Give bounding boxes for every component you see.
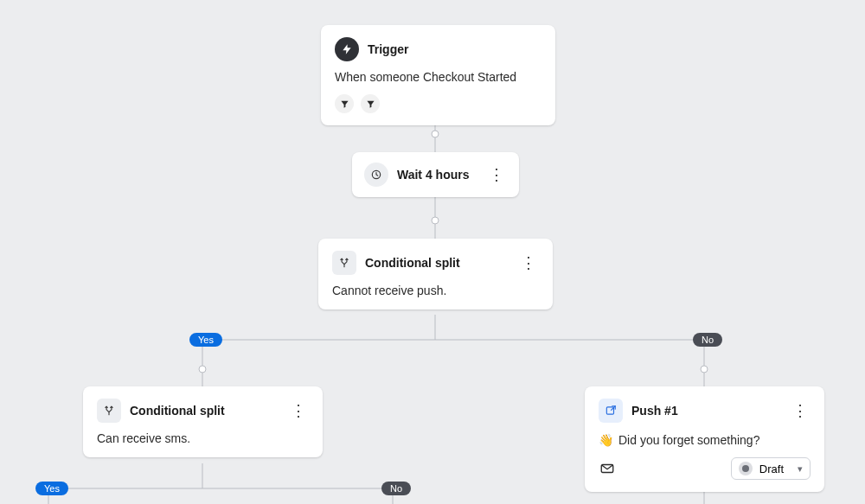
wave-emoji-icon: 👋 [599,433,613,447]
svg-point-7 [199,366,206,373]
push-more-button[interactable]: ⋮ [790,400,811,421]
more-vertical-icon: ⋮ [792,403,808,418]
svg-point-9 [701,366,708,373]
push-card[interactable]: Push #1 ⋮ 👋 Did you forget something? Dr… [585,386,824,492]
trigger-desc: When someone Checkout Started [335,70,541,84]
status-dot-icon [739,462,753,475]
wait-title: Wait 4 hours [397,168,470,182]
trigger-title: Trigger [368,42,408,56]
branch-badge-yes-2: Yes [35,482,68,495]
conditional-split-card-2[interactable]: Conditional split ⋮ Can receive sms. [83,386,323,457]
cond2-title: Conditional split [130,404,225,418]
status-label: Draft [759,463,784,475]
split-icon [97,399,121,423]
more-vertical-icon: ⋮ [291,403,306,418]
filter-include-icon[interactable] [335,94,354,113]
trigger-card[interactable]: Trigger When someone Checkout Started [321,25,555,125]
bolt-icon [335,37,359,61]
more-vertical-icon: ⋮ [521,255,536,271]
more-vertical-icon: ⋮ [489,167,504,182]
cond1-title: Conditional split [365,256,460,270]
cond2-more-button[interactable]: ⋮ [288,400,309,421]
filter-exclude-icon[interactable] [361,94,380,113]
trigger-chips [335,94,541,113]
split-icon [332,251,356,275]
cond1-desc: Cannot receive push. [332,284,539,297]
wait-more-button[interactable]: ⋮ [486,164,507,185]
cond2-desc: Can receive sms. [97,431,309,445]
svg-point-3 [432,217,439,224]
conditional-split-card-1[interactable]: Conditional split ⋮ Cannot receive push. [318,239,553,309]
push-desc: Did you forget something? [618,433,759,447]
clock-icon [364,163,388,187]
svg-point-1 [432,131,439,137]
branch-badge-yes: Yes [189,333,222,347]
chevron-down-icon: ▾ [798,463,803,475]
push-icon [599,399,623,423]
wait-card[interactable]: Wait 4 hours ⋮ [352,152,519,197]
push-title: Push #1 [631,404,678,418]
branch-badge-no: No [693,333,722,347]
cond1-more-button[interactable]: ⋮ [518,252,539,273]
envelope-icon[interactable] [599,460,616,477]
flow-canvas: Yes No Yes No Trigger When someone Check… [0,0,865,504]
status-dropdown[interactable]: Draft ▾ [731,457,811,480]
branch-badge-no-2: No [381,482,411,495]
